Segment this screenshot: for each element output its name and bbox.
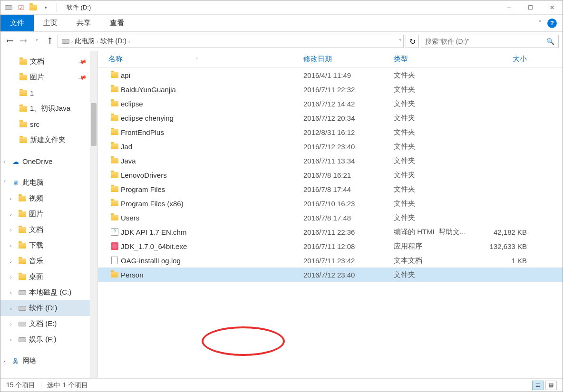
sidebar-item[interactable]: ›娱乐 (F:)	[0, 332, 97, 347]
file-row[interactable]: api2016/4/1 11:49文件夹	[98, 68, 563, 82]
file-row[interactable]: Java2016/7/11 13:34文件夹	[98, 153, 563, 168]
breadcrumb-drive[interactable]: 软件 (D:)	[98, 37, 128, 46]
refresh-button[interactable]: ↻	[406, 35, 419, 48]
ribbon-expand-icon[interactable]: ˅	[538, 19, 542, 27]
back-button[interactable]: 🠔	[4, 36, 16, 47]
breadcrumb-thispc[interactable]: 此电脑	[73, 37, 97, 46]
chevron-right-icon[interactable]: ›	[10, 337, 18, 343]
qat-properties-icon[interactable]: ☑	[16, 2, 26, 13]
tab-查看[interactable]: 查看	[100, 15, 134, 31]
tab-file[interactable]: 文件	[0, 15, 34, 31]
search-icon[interactable]: 🔍	[546, 38, 554, 45]
file-name: OAG-installLog.log	[121, 257, 303, 265]
sidebar-item[interactable]: ›视频	[0, 191, 97, 206]
file-type: 文件夹	[394, 156, 479, 165]
folder-icon	[108, 172, 121, 178]
address-bar[interactable]: › 此电脑 › 软件 (D:) › ˅	[58, 35, 404, 48]
file-type: 文件夹	[394, 128, 479, 137]
sidebar-item[interactable]: src	[0, 116, 97, 132]
chevron-right-icon[interactable]: ›	[10, 227, 18, 233]
address-dropdown-icon[interactable]: ˅	[399, 39, 401, 44]
file-date: 2016/7/10 16:23	[303, 200, 394, 208]
search-input[interactable]	[425, 38, 546, 45]
sidebar-item[interactable]: ›本地磁盘 (C:)	[0, 285, 97, 300]
file-list-pane: 名称˄ 修改日期 类型 大小 api2016/4/1 11:49文件夹Baidu…	[98, 51, 563, 378]
chevron-right-icon[interactable]: ›	[10, 258, 18, 264]
sidebar-item[interactable]: ›音乐	[0, 253, 97, 269]
file-row[interactable]: OAG-installLog.log2016/7/11 23:42文本文档1 K…	[98, 253, 563, 268]
chevron-right-icon[interactable]: ›	[128, 39, 130, 44]
sidebar-item[interactable]: 新建文件夹	[0, 132, 97, 148]
chevron-right-icon[interactable]: ›	[3, 358, 11, 364]
file-type: 文件夹	[394, 71, 479, 80]
file-date: 2016/7/12 23:40	[303, 271, 394, 279]
file-row[interactable]: Jad2016/7/12 23:40文件夹	[98, 139, 563, 153]
search-box[interactable]: 🔍	[421, 35, 559, 48]
sidebar-item[interactable]: 文档📌	[0, 54, 97, 69]
sidebar-item[interactable]: 1	[0, 85, 97, 101]
column-name[interactable]: 名称˄	[108, 55, 303, 64]
sidebar-item[interactable]: ›下载	[0, 238, 97, 253]
file-row[interactable]: Person2016/7/12 23:40文件夹	[98, 268, 563, 282]
file-row[interactable]: BaiduYunGuanjia2016/7/11 22:32文件夹	[98, 82, 563, 96]
chevron-right-icon[interactable]: ›	[10, 306, 18, 311]
sidebar-scrollbar[interactable]	[90, 51, 97, 378]
onedrive-icon: ☁	[11, 158, 20, 165]
chevron-right-icon[interactable]: ›	[10, 211, 18, 217]
titlebar: ☑ ▾ 软件 (D:) ─ ☐ ✕	[0, 0, 563, 15]
maximize-button[interactable]: ☐	[520, 0, 541, 15]
file-row[interactable]: FrontEndPlus2012/8/31 16:12文件夹	[98, 125, 563, 139]
file-row[interactable]: eclipse2016/7/12 14:42文件夹	[98, 96, 563, 111]
view-icons-button[interactable]: ▦	[545, 381, 557, 390]
up-button[interactable]: 🠕	[44, 36, 56, 47]
network-icon: 🖧	[11, 357, 20, 365]
sidebar-item[interactable]: ›图片	[0, 206, 97, 222]
column-size[interactable]: 大小	[479, 55, 536, 64]
minimize-button[interactable]: ─	[498, 0, 520, 15]
file-type: 编译的 HTML 帮助文...	[394, 228, 479, 237]
view-details-button[interactable]: ☰	[532, 381, 544, 390]
help-icon[interactable]: ?	[547, 19, 557, 28]
sidebar-thispc[interactable]: ˅ 🖥 此电脑	[0, 175, 97, 191]
chevron-right-icon[interactable]: ›	[10, 321, 18, 327]
file-row[interactable]: Program Files (x86)2016/7/10 16:23文件夹	[98, 196, 563, 210]
close-button[interactable]: ✕	[541, 0, 563, 15]
sidebar-item[interactable]: ›软件 (D:)	[0, 300, 97, 316]
chevron-right-icon[interactable]: ›	[10, 274, 18, 280]
chevron-down-icon[interactable]: ˅	[3, 180, 11, 186]
file-type: 文本文档	[394, 256, 479, 265]
sidebar-item[interactable]: ›桌面	[0, 269, 97, 285]
sidebar-item[interactable]: 1、初识Java	[0, 101, 97, 116]
file-row[interactable]: LenovoDrivers2016/7/8 16:21文件夹	[98, 168, 563, 182]
file-row[interactable]: Users2016/7/8 17:48文件夹	[98, 210, 563, 225]
folder-icon	[108, 186, 121, 192]
file-row[interactable]: eclipse chenying2016/7/12 20:34文件夹	[98, 111, 563, 125]
file-date: 2016/7/11 12:08	[303, 242, 394, 250]
history-dropdown-icon[interactable]: ˅	[31, 36, 42, 47]
sidebar: 文档📌图片📌11、初识Javasrc新建文件夹 › ☁ OneDrive ˅ 🖥…	[0, 51, 98, 378]
forward-button[interactable]: 🠖	[18, 36, 29, 47]
sidebar-item[interactable]: ›文档 (E:)	[0, 316, 97, 332]
file-date: 2016/7/12 20:34	[303, 114, 394, 122]
chevron-right-icon[interactable]: ›	[10, 196, 18, 201]
chevron-right-icon[interactable]: ›	[3, 159, 11, 164]
chevron-right-icon[interactable]: ›	[10, 243, 18, 249]
file-row[interactable]: Program Files2016/7/8 17:44文件夹	[98, 182, 563, 196]
file-type: 文件夹	[394, 171, 479, 180]
sidebar-network[interactable]: › 🖧 网络	[0, 353, 97, 369]
file-name: Program Files (x86)	[121, 200, 303, 208]
folder-icon	[18, 196, 27, 201]
file-row[interactable]: JDK_1.7.0_64bit.exe2016/7/11 12:08应用程序13…	[98, 239, 563, 253]
folder-icon	[108, 129, 121, 135]
column-type[interactable]: 类型	[394, 55, 479, 64]
sidebar-onedrive[interactable]: › ☁ OneDrive	[0, 153, 97, 169]
tab-主页[interactable]: 主页	[34, 15, 67, 31]
sidebar-item[interactable]: ›文档	[0, 222, 97, 238]
navigation-bar: 🠔 🠖 ˅ 🠕 › 此电脑 › 软件 (D:) › ˅ ↻ 🔍	[0, 32, 563, 51]
sidebar-item[interactable]: 图片📌	[0, 69, 97, 85]
file-row[interactable]: JDK API 1.7 EN.chm2016/7/11 22:36编译的 HTM…	[98, 225, 563, 239]
column-date[interactable]: 修改日期	[303, 55, 394, 64]
qat-dropdown-icon[interactable]: ▾	[40, 2, 51, 13]
tab-共享[interactable]: 共享	[67, 15, 100, 31]
chevron-right-icon[interactable]: ›	[10, 290, 18, 296]
